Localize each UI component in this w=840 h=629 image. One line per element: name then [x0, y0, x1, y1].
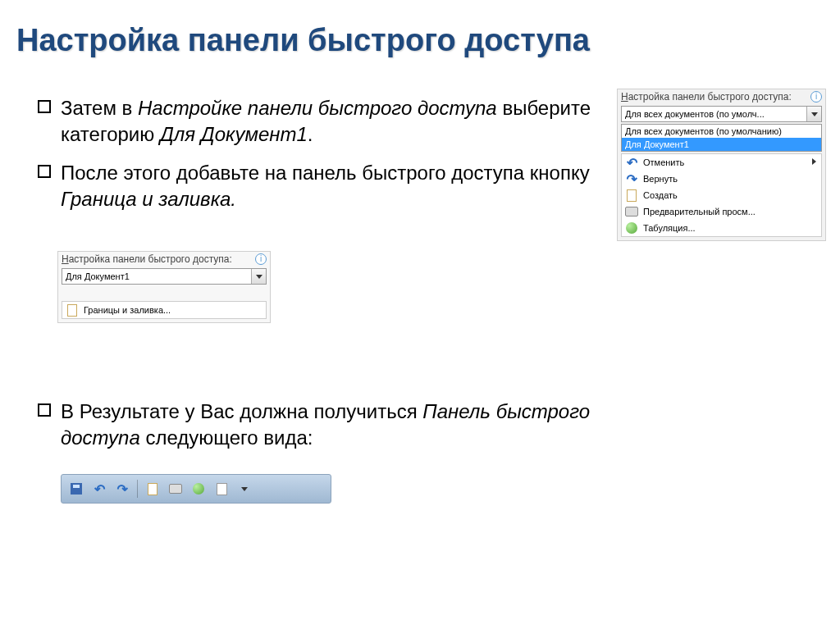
redo-icon: ↶ — [117, 481, 128, 497]
command-list-mid: Границы и заливка... — [62, 301, 267, 319]
info-icon[interactable]: i — [255, 253, 267, 265]
paragraph-3: В Результате у Вас должна получиться Пан… — [38, 399, 612, 452]
hotkey-underline: Н — [621, 91, 628, 103]
chevron-down-icon — [241, 487, 248, 491]
page-icon — [66, 303, 79, 317]
cmd-tabulation[interactable]: Табуляция... — [622, 220, 821, 236]
redo-icon: ↶ — [625, 172, 638, 185]
bullet-icon — [38, 403, 51, 417]
chevron-down-icon — [811, 112, 818, 116]
dropdown-selected-text-mid: Для Документ1 — [62, 271, 251, 281]
undo-icon: ↶ — [625, 156, 638, 169]
save-icon — [71, 483, 82, 495]
para3-text-a: В Результате у Вас должна получиться — [61, 400, 422, 422]
paragraph-1: Затем в Настройке панели быстрого доступ… — [38, 95, 612, 148]
globe-icon — [193, 483, 204, 495]
qat-new-button[interactable] — [143, 479, 162, 499]
cmd-label: Вернуть — [643, 174, 678, 184]
content-left: Затем в Настройке панели быстрого доступ… — [38, 90, 612, 225]
bullet-icon — [38, 100, 51, 113]
cmd-new[interactable]: Создать — [622, 187, 821, 203]
qat-customize-button[interactable] — [235, 479, 254, 499]
paragraph-2: После этого добавьте на панель быстрого … — [38, 160, 612, 213]
qat-borders-button[interactable] — [212, 479, 231, 499]
qat-save-button[interactable] — [66, 479, 86, 499]
dropdown-option-all-docs[interactable]: Для всех документов (по умолчанию) — [622, 125, 821, 138]
new-doc-icon — [148, 483, 158, 495]
qat-undo-button[interactable]: ↶ — [89, 479, 109, 499]
qat-preview-button[interactable] — [166, 479, 185, 499]
label-rest: астройка панели быстрого доступа: — [628, 91, 792, 103]
dropdown-option-document1[interactable]: Для Документ1 — [622, 138, 821, 151]
cmd-undo[interactable]: ↶ Отменить — [622, 154, 821, 171]
scope-dropdown-mid[interactable]: Для Документ1 — [62, 268, 267, 285]
paragraph-3-block: В Результате у Вас должна получиться Пан… — [38, 394, 612, 463]
qat-redo-button[interactable]: ↶ — [112, 479, 132, 499]
para1-text-a: Затем в — [61, 97, 138, 119]
cmd-redo[interactable]: ↶ Вернуть — [622, 171, 821, 187]
cmd-label: Границы и заливка... — [84, 305, 171, 315]
qat-tabulation-button[interactable] — [189, 479, 208, 499]
new-doc-icon — [625, 189, 638, 202]
dropdown-selected-text: Для всех документов (по умолч... — [622, 109, 806, 119]
cmd-borders-shading[interactable]: Границы и заливка... — [62, 302, 266, 318]
info-icon[interactable]: i — [810, 91, 822, 103]
submenu-arrow-icon — [812, 158, 816, 165]
qat-settings-panel-result: Настройка панели быстрого доступа: i Для… — [57, 251, 271, 323]
print-preview-icon — [169, 484, 182, 494]
qat-settings-label-mid: Настройка панели быстрого доступа: i — [58, 252, 270, 267]
para2-text-b: Граница и заливка. — [61, 188, 236, 210]
cmd-label: Табуляция... — [643, 223, 696, 233]
undo-icon: ↶ — [94, 481, 105, 497]
command-list: ↶ Отменить ↶ Вернуть Создать Предварител… — [621, 153, 822, 237]
para1-text-d: Для Документ1 — [160, 123, 308, 145]
dropdown-button-mid[interactable] — [251, 269, 266, 284]
globe-icon — [625, 221, 638, 235]
qat-settings-label: Настройка панели быстрого доступа: i — [618, 89, 825, 104]
dropdown-button[interactable] — [806, 107, 821, 121]
para1-text-e: . — [308, 123, 313, 145]
chevron-down-icon — [256, 275, 262, 279]
hotkey-underline: Н — [62, 253, 69, 265]
qat-settings-panel-expanded: Настройка панели быстрого доступа: i Для… — [617, 89, 826, 241]
toolbar-separator — [137, 480, 138, 498]
label-rest: астройка панели быстрого доступа: — [69, 253, 232, 265]
para1-text-b: Настройке панели быстрого доступа — [138, 97, 497, 119]
cmd-preview[interactable]: Предварительный просм... — [622, 203, 821, 220]
quick-access-toolbar-result: ↶ ↶ — [61, 474, 331, 504]
cmd-label: Отменить — [643, 157, 684, 167]
scope-dropdown[interactable]: Для всех документов (по умолч... — [621, 106, 822, 122]
cmd-label: Создать — [643, 190, 678, 200]
cmd-label: Предварительный просм... — [643, 207, 756, 217]
dropdown-options-list: Для всех документов (по умолчанию) Для Д… — [621, 124, 822, 152]
page-icon — [217, 483, 227, 495]
para3-text-c: следующего вида: — [140, 426, 313, 449]
page-title: Настройка панели быстрого доступа — [0, 0, 840, 65]
print-preview-icon — [625, 205, 638, 218]
para2-text-a: После этого добавьте на панель быстрого … — [61, 162, 590, 184]
bullet-icon — [38, 165, 51, 178]
